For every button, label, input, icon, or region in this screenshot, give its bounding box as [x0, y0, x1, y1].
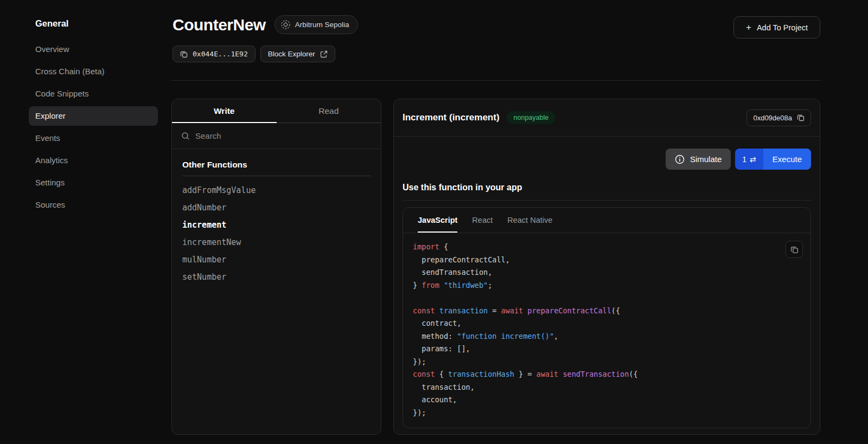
code-token: contract,: [413, 319, 461, 327]
copy-icon: [797, 114, 805, 121]
sidebar-item-code-snippets[interactable]: Code Snippets: [29, 84, 158, 104]
function-item-setnumber[interactable]: setNumber: [182, 268, 371, 286]
function-title: Increment (increment): [403, 112, 500, 123]
swap-arrows-icon: ⇄: [750, 155, 756, 164]
add-to-project-button[interactable]: + Add To Project: [733, 16, 820, 38]
sidebar-heading: General: [35, 18, 158, 29]
code-token: account,: [413, 395, 457, 404]
code-line: method: "function increment()",: [413, 330, 801, 343]
code-line: transaction,: [413, 381, 801, 394]
code-line: });: [413, 356, 801, 369]
tab-read[interactable]: Read: [277, 99, 381, 123]
mutability-badge: nonpayable: [507, 111, 556, 124]
execute-label: Execute: [773, 155, 802, 164]
code-line: [413, 292, 801, 305]
code-block: import { prepareContractCall, sendTransa…: [403, 233, 810, 428]
code-token: from: [422, 281, 444, 289]
code-line: params: [],: [413, 343, 801, 356]
code-token: params: [],: [413, 344, 470, 353]
sidebar-item-analytics[interactable]: Analytics: [29, 151, 158, 170]
block-explorer-button[interactable]: Block Explorer: [260, 46, 335, 62]
code-token: await: [501, 306, 528, 315]
code-token: ({: [611, 306, 620, 315]
page-title: CounterNew: [173, 16, 266, 34]
usage-heading: Use this function in your app: [403, 183, 811, 201]
code-token: } =: [514, 370, 537, 378]
code-line: prepareContractCall,: [413, 254, 801, 267]
code-token: const: [413, 306, 439, 315]
sidebar-item-explorer[interactable]: Explorer: [29, 106, 158, 126]
code-token: ,: [554, 332, 558, 340]
code-token: prepareContractCall: [527, 306, 611, 315]
add-to-project-label: Add To Project: [757, 23, 808, 32]
contract-address-button[interactable]: 0x044E...1E92: [173, 46, 256, 62]
sidebar-item-sources[interactable]: Sources: [29, 195, 158, 215]
code-token: {: [444, 242, 448, 251]
contract-header-actions: 0x044E...1E92 Block Explorer: [173, 46, 335, 62]
copy-icon: [180, 50, 188, 58]
copy-icon: [790, 246, 799, 254]
function-selector-label: 0xd09de08a: [753, 114, 792, 122]
code-token: ({: [629, 370, 637, 378]
code-token: transaction: [439, 306, 488, 315]
function-items: addFromMsgValueaddNumberincrementincreme…: [182, 182, 371, 286]
sidebar-item-events[interactable]: Events: [29, 128, 158, 148]
execute-split-button: 1 ⇄ Execute: [735, 149, 811, 170]
code-token: transactionHash: [448, 370, 514, 378]
network-badge[interactable]: Arbitrum Sepolia: [275, 15, 359, 34]
code-token: }: [413, 281, 422, 289]
network-badge-label: Arbitrum Sepolia: [295, 21, 349, 29]
function-item-addfrommsgvalue[interactable]: addFromMsgValue: [182, 182, 371, 199]
block-explorer-label: Block Explorer: [268, 50, 315, 58]
code-token: });: [413, 357, 426, 366]
contract-address-label: 0x044E...1E92: [193, 50, 248, 58]
plus-icon: +: [746, 23, 751, 32]
sidebar-item-overview[interactable]: Overview: [29, 40, 158, 59]
function-actions-row: Simulate 1 ⇄ Execute: [394, 137, 820, 170]
sidebar: General OverviewCross Chain (Beta)Code S…: [0, 0, 171, 217]
sidebar-items: OverviewCross Chain (Beta)Code SnippetsE…: [35, 40, 158, 215]
external-link-icon: [320, 50, 328, 58]
write-read-tabs: WriteRead: [172, 99, 381, 123]
code-token: import: [413, 242, 444, 251]
code-token: =: [488, 306, 501, 315]
function-item-mulnumber[interactable]: mulNumber: [182, 251, 371, 268]
contract-header: CounterNew Arbitrum Sepolia: [173, 15, 358, 34]
header-divider: [171, 80, 820, 81]
tab-write[interactable]: Write: [172, 99, 277, 123]
code-token: ;: [488, 281, 492, 289]
code-tab-javascript[interactable]: JavaScript: [418, 208, 457, 233]
copy-code-button[interactable]: [786, 241, 803, 258]
code-token: await: [537, 370, 563, 378]
code-token: const: [413, 370, 439, 378]
code-token: "thirdweb": [444, 281, 488, 289]
simulate-button[interactable]: Simulate: [666, 149, 731, 170]
code-token: sendTransaction,: [413, 268, 492, 276]
code-line: import {: [413, 241, 801, 254]
code-tab-react[interactable]: React: [472, 208, 493, 233]
function-item-addnumber[interactable]: addNumber: [182, 199, 371, 216]
sidebar-item-cross-chain-beta[interactable]: Cross Chain (Beta): [29, 62, 158, 81]
code-line: sendTransaction,: [413, 266, 801, 279]
code-line: const transaction = await prepareContrac…: [413, 305, 801, 318]
function-selector-button[interactable]: 0xd09de08a: [746, 110, 811, 126]
execute-button[interactable]: Execute: [763, 149, 811, 170]
sidebar-item-settings[interactable]: Settings: [29, 173, 158, 192]
code-line: const { transactionHash } = await sendTr…: [413, 368, 801, 381]
code-token: transaction,: [413, 383, 475, 391]
execute-count-button[interactable]: 1 ⇄: [735, 149, 763, 170]
code-line: });: [413, 407, 801, 420]
code-token: sendTransaction: [563, 370, 629, 378]
function-search-input[interactable]: [195, 131, 372, 140]
code-token: prepareContractCall,: [413, 255, 510, 264]
code-token: {: [439, 370, 448, 378]
function-item-increment[interactable]: increment: [182, 216, 371, 234]
code-line: contract,: [413, 317, 801, 330]
function-detail-panel: Increment (increment) nonpayable 0xd09de…: [393, 99, 820, 435]
code-tab-react-native[interactable]: React Native: [507, 208, 552, 233]
execute-count-value: 1: [742, 155, 746, 164]
info-icon: [675, 155, 685, 164]
code-language-tabs: JavaScriptReactReact Native: [403, 208, 810, 233]
function-section-title: Other Functions: [182, 160, 371, 176]
function-item-incrementnew[interactable]: incrementNew: [182, 234, 371, 251]
